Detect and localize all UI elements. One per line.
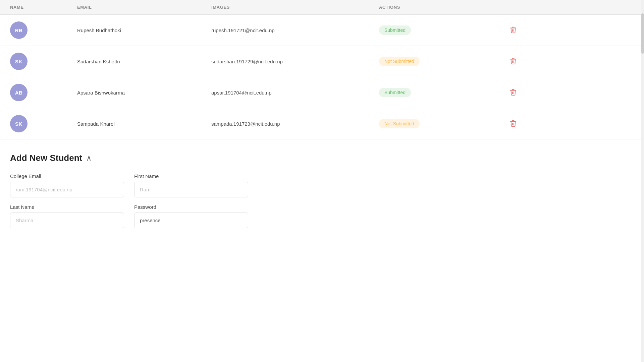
add-student-title: Add New Student [10, 153, 82, 163]
trash-icon [509, 88, 517, 96]
student-name: Apsara Bishwokarma [77, 90, 211, 96]
scrollbar-track [641, 0, 644, 362]
action-cell [480, 55, 547, 68]
action-cell [480, 86, 547, 100]
status-badge: Submitted [379, 88, 411, 97]
last-name-input[interactable] [10, 213, 124, 228]
table-row: AB Apsara Bishwokarma apsar.191704@ncit.… [0, 77, 644, 108]
table-header: NAME EMAIL IMAGES ACTIONS [0, 0, 644, 15]
delete-button[interactable] [507, 55, 520, 68]
table-row: SK Sampada Kharel sampada.191723@ncit.ed… [0, 108, 644, 139]
student-name: Sampada Kharel [77, 121, 211, 127]
add-student-header: Add New Student ∧ [10, 153, 634, 163]
delete-button[interactable] [507, 23, 520, 37]
trash-icon [509, 26, 517, 34]
avatar-initials: AB [10, 84, 28, 101]
table-row: SK Sudarshan Kshettri sudarshan.191729@n… [0, 46, 644, 77]
avatar: SK [10, 53, 77, 70]
col-header-name: NAME [10, 5, 77, 10]
student-email: rupesh.191721@ncit.edu.np [211, 27, 379, 33]
delete-button[interactable] [507, 86, 520, 100]
last-name-group: Last Name [10, 204, 124, 228]
first-name-group: First Name [134, 173, 248, 197]
trash-icon [509, 57, 517, 65]
student-email: sampada.191723@ncit.edu.np [211, 121, 379, 127]
status-cell: Not Submitted [379, 119, 480, 128]
last-name-label: Last Name [10, 204, 124, 210]
first-name-input[interactable] [134, 182, 248, 197]
status-badge: Submitted [379, 25, 411, 35]
status-badge: Not Submitted [379, 119, 420, 128]
student-email: sudarshan.191729@ncit.edu.np [211, 59, 379, 64]
college-email-label: College Email [10, 173, 124, 179]
status-cell: Not Submitted [379, 57, 480, 66]
student-name: Sudarshan Kshettri [77, 59, 211, 64]
col-header-actions: ACTIONS [379, 5, 480, 10]
status-badge: Not Submitted [379, 57, 420, 66]
status-cell: Submitted [379, 88, 480, 97]
avatar: AB [10, 84, 77, 101]
action-cell [480, 23, 547, 37]
action-cell [480, 117, 547, 131]
add-student-section: Add New Student ∧ College Email First Na… [0, 139, 644, 238]
avatar-initials: SK [10, 53, 28, 70]
student-email: apsar.191704@ncit.edu.np [211, 90, 379, 96]
status-cell: Submitted [379, 25, 480, 35]
first-name-label: First Name [134, 173, 248, 179]
password-label: Password [134, 204, 248, 210]
table-row: RB Rupesh Budhathoki rupesh.191721@ncit.… [0, 15, 644, 46]
avatar-initials: RB [10, 21, 28, 39]
student-name: Rupesh Budhathoki [77, 27, 211, 33]
scrollbar-thumb[interactable] [641, 13, 644, 54]
college-email-group: College Email [10, 173, 124, 197]
password-input[interactable] [134, 213, 248, 228]
avatar: SK [10, 115, 77, 132]
avatar: RB [10, 21, 77, 39]
college-email-input[interactable] [10, 182, 124, 197]
password-group: Password [134, 204, 248, 228]
col-header-images: IMAGES [211, 5, 379, 10]
table-body: RB Rupesh Budhathoki rupesh.191721@ncit.… [0, 15, 644, 139]
toggle-add-student-icon[interactable]: ∧ [86, 154, 92, 163]
delete-button[interactable] [507, 117, 520, 131]
trash-icon [509, 120, 517, 127]
add-student-form: College Email First Name Last Name Passw… [10, 173, 634, 228]
col-header-email: EMAIL [77, 5, 211, 10]
avatar-initials: SK [10, 115, 28, 132]
